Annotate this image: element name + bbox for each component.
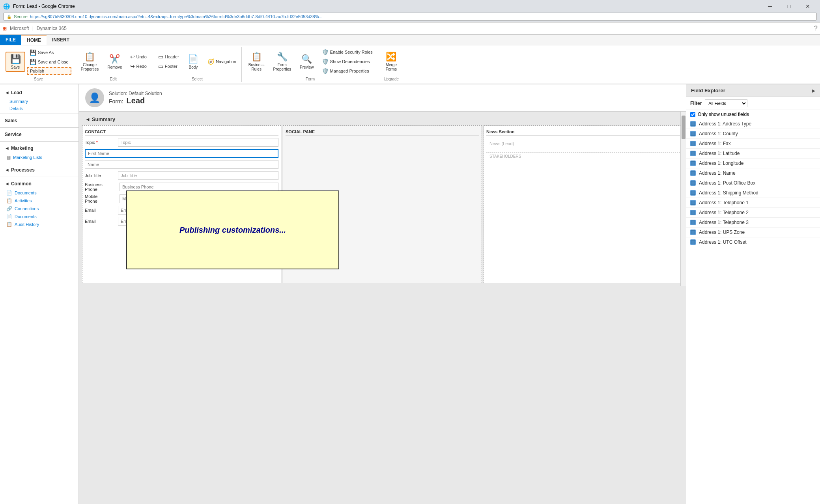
preview-button[interactable]: 🔍 Preview (296, 52, 318, 71)
body-button[interactable]: 📄 Body (183, 52, 203, 71)
minimize-button[interactable]: ─ (761, 0, 779, 13)
field-item[interactable]: Address 1: Post Office Box (686, 178, 820, 188)
ribbon-group-select: ▭ Header ▭ Footer 📄 Body 🧭 Navigation (153, 47, 242, 82)
address-bar[interactable]: 🔒 Secure https://sg807b5630304.crm10.dyn… (3, 13, 817, 21)
field-name: Address 1: County (699, 131, 738, 136)
sidebar-group-lead: ◄ Lead Summary Details (0, 88, 78, 112)
sidebar-group-sales-header[interactable]: Sales (0, 116, 78, 126)
sidebar-sep-3 (0, 141, 78, 142)
field-item[interactable]: Address 1: Address Type (686, 119, 820, 129)
name-input[interactable] (85, 160, 278, 169)
navigation-button[interactable]: 🧭 Navigation (205, 57, 239, 66)
sidebar-item-documents2[interactable]: 📄 Documents (0, 213, 78, 220)
sidebar-item-audit-history[interactable]: 📋 Audit History (0, 220, 78, 228)
remove-button[interactable]: ✂️ Remove (104, 52, 125, 71)
jobtitle-input[interactable] (118, 171, 278, 180)
publishing-overlay: Publishing customizations... (126, 190, 339, 269)
scroll-track[interactable] (680, 112, 686, 286)
sidebar-item-documents[interactable]: 📄 Documents (0, 189, 78, 197)
title-bar: 🌐 Form: Lead - Google Chrome ─ □ ✕ (0, 0, 820, 13)
news-placeholder: News (Lead) (486, 138, 680, 149)
field-name: Address 1: Telephone 3 (699, 220, 749, 225)
tab-file[interactable]: FILE (0, 35, 21, 45)
form-properties-button[interactable]: 🔧 FormProperties (269, 50, 295, 73)
field-jobtitle: Job Title (85, 171, 278, 180)
merge-forms-button[interactable]: 🔀 MergeForms (381, 50, 401, 73)
save-close-icon: 💾 (30, 59, 36, 65)
scroll-thumb[interactable] (682, 116, 686, 139)
managed-properties-button[interactable]: 🛡️ Managed Properties (319, 67, 375, 75)
secure-label: Secure (14, 14, 28, 19)
undo-button[interactable]: ↩ Undo (127, 52, 149, 61)
tab-insert[interactable]: INSERT (47, 35, 75, 45)
field-item[interactable]: Address 1: Fax (686, 139, 820, 149)
ribbon-group-form: 📋 BusinessRules 🔧 FormProperties 🔍 Previ… (243, 47, 378, 82)
field-icon-inner (691, 151, 695, 155)
change-props-icon: 📋 (84, 52, 95, 62)
url-text[interactable]: https://sg807b5630304.crm10.dynamics.com… (30, 14, 813, 19)
field-item[interactable]: Address 1: Telephone 1 (686, 198, 820, 208)
field-item[interactable]: Address 1: Telephone 2 (686, 208, 820, 218)
footer-button[interactable]: ▭ Footer (155, 62, 182, 71)
news-column: News Section News (Lead) STAKEHOLDERS (484, 125, 683, 283)
save-icon: 💾 (10, 54, 21, 64)
section-collapse-icon[interactable]: ◄ (85, 116, 90, 122)
redo-button[interactable]: ↪ Redo (127, 62, 149, 71)
news-header: News Section (486, 128, 680, 136)
save-button[interactable]: 💾 Save (6, 52, 25, 72)
sidebar-group-processes-header[interactable]: ◄ Processes (0, 165, 78, 175)
header-button[interactable]: ▭ Header (155, 52, 182, 61)
topic-input[interactable] (118, 138, 278, 147)
field-item[interactable]: Address 1: Latitude (686, 149, 820, 159)
show-dependencies-button[interactable]: 🛡️ Show Dependencies (319, 57, 375, 66)
field-item[interactable]: Address 1: Longitude (686, 159, 820, 168)
sidebar-item-connections[interactable]: 🔗 Connections (0, 205, 78, 213)
ms-header: ⊞ Microsoft | Dynamics 365 ? (0, 22, 820, 35)
enable-security-icon: 🛡️ (322, 49, 329, 55)
field-item[interactable]: Address 1: Name (686, 168, 820, 178)
firstname-input[interactable] (85, 149, 278, 158)
sidebar-item-details[interactable]: Details (0, 105, 78, 112)
save-close-button[interactable]: 💾 Save and Close (27, 58, 71, 66)
sidebar-group-common-header[interactable]: ◄ Common (0, 179, 78, 189)
publish-button[interactable]: Publish (27, 67, 71, 75)
change-properties-button[interactable]: 📋 ChangeProperties (77, 50, 103, 73)
field-icon (690, 170, 696, 176)
unused-label: Only show unused fields (698, 112, 749, 117)
sidebar-group-service-header[interactable]: Service (0, 129, 78, 140)
sidebar-group-marketing-header[interactable]: ◄ Marketing (0, 143, 78, 153)
sidebar-item-summary[interactable]: Summary (0, 98, 78, 105)
field-item[interactable]: Address 1: Shipping Method (686, 188, 820, 198)
browser-title: Form: Lead - Google Chrome (13, 4, 75, 9)
form-group-label: Form (306, 76, 315, 81)
sidebar-group-sales: Sales (0, 116, 78, 126)
sidebar-item-marketing-lists[interactable]: ▦ Marketing Lists (0, 153, 78, 161)
ms-help-icon[interactable]: ? (814, 25, 818, 32)
field-item[interactable]: Address 1: UTC Offset (686, 237, 820, 247)
field-explorer-filter: Filter All Fields Unused Fields Required… (686, 97, 820, 110)
bizphone-input[interactable] (120, 183, 278, 191)
topic-required: * (96, 140, 98, 145)
audit-icon: 📋 (6, 222, 12, 227)
field-explorer-expand-icon[interactable]: ▶ (812, 88, 815, 93)
field-item[interactable]: Address 1: UPS Zone (686, 228, 820, 237)
tab-home[interactable]: HOME (21, 35, 47, 45)
sidebar-group-lead-header[interactable]: ◄ Lead (0, 88, 78, 98)
form-name-row: Form: Lead (109, 96, 162, 105)
ribbon-group-save: 💾 Save 💾 Save As 💾 Save and Close Publis… (3, 47, 74, 82)
field-explorer: Field Explorer ▶ Filter All Fields Unuse… (686, 84, 820, 504)
field-name: Address 1: UTC Offset (699, 239, 747, 245)
filter-select[interactable]: All Fields Unused Fields Required Fields (705, 99, 747, 107)
redo-icon: ↪ (130, 63, 135, 69)
close-button[interactable]: ✕ (799, 0, 817, 13)
enable-security-button[interactable]: 🛡️ Enable Security Roles (319, 48, 375, 56)
maximize-button[interactable]: □ (780, 0, 798, 13)
main-layout: ◄ Lead Summary Details Sales Service ◄ M… (0, 84, 820, 504)
unused-checkbox[interactable] (690, 112, 695, 117)
field-item[interactable]: Address 1: County (686, 129, 820, 139)
save-as-button[interactable]: 💾 Save As (27, 48, 71, 57)
ribbon-save-col: 💾 Save As 💾 Save and Close Publish (27, 48, 71, 75)
business-rules-button[interactable]: 📋 BusinessRules (245, 50, 268, 73)
field-item[interactable]: Address 1: Telephone 3 (686, 218, 820, 228)
sidebar-item-activities[interactable]: 📋 Activities (0, 197, 78, 205)
